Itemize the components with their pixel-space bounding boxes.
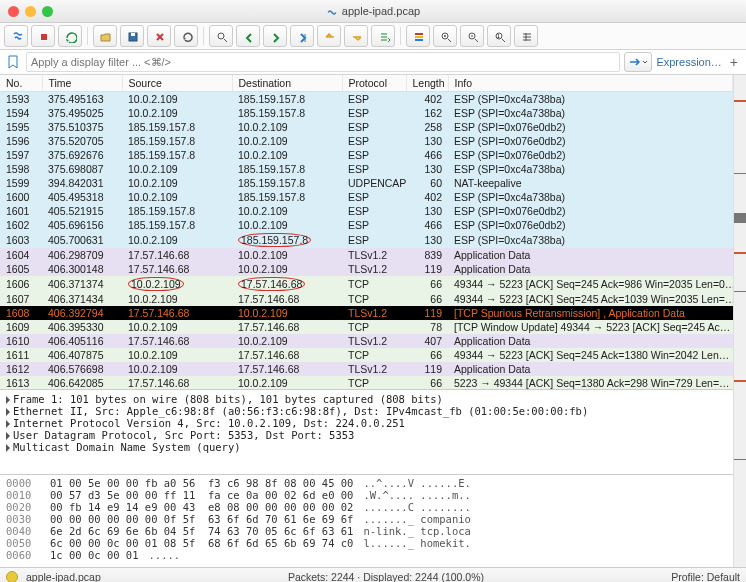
packet-row[interactable]: 1612406.57669810.0.2.10917.57.146.68TLSv… [0,362,733,376]
svg-rect-2 [131,33,135,36]
expert-info-led[interactable] [6,571,18,582]
tree-item[interactable]: Multicast Domain Name System (query) [6,441,727,453]
tree-item[interactable]: Ethernet II, Src: Apple_c6:98:8f (a0:56:… [6,405,727,417]
separator [203,27,204,45]
zoom-reset-button[interactable]: 1 [487,25,511,47]
go-back-button[interactable] [236,25,260,47]
close-file-button[interactable] [147,25,171,47]
open-file-button[interactable] [93,25,117,47]
expression-button[interactable]: Expression… [656,56,721,68]
status-profile[interactable]: Profile: Default [671,571,740,582]
resize-columns-button[interactable] [514,25,538,47]
auto-scroll-button[interactable] [371,25,395,47]
packet-row[interactable]: 1608406.39279417.57.146.6810.0.2.109TLSv… [0,306,733,320]
column-header-source[interactable]: Source [122,75,232,92]
titlebar: apple-ipad.pcap [0,0,746,23]
expand-icon[interactable] [6,408,10,416]
filter-toolbar: Expression… + [0,50,746,75]
hex-row[interactable]: 002000 fb 14 e9 14 e9 00 43 e8 08 00 00 … [6,501,727,513]
hex-row[interactable]: 00601c 00 0c 00 01..... [6,549,727,561]
hex-row[interactable]: 003000 00 00 00 00 00 0f 5f 63 6f 6d 70 … [6,513,727,525]
column-header-destination[interactable]: Destination [232,75,342,92]
find-packet-button[interactable] [209,25,233,47]
packet-list-pane[interactable]: No. Time Source Destination Protocol Len… [0,75,733,390]
svg-rect-5 [415,36,423,38]
svg-point-3 [218,33,224,39]
go-first-button[interactable] [317,25,341,47]
start-capture-button[interactable] [4,25,28,47]
tree-item[interactable]: User Datagram Protocol, Src Port: 5353, … [6,429,727,441]
packet-row[interactable]: 1598375.69808710.0.2.109185.159.157.8ESP… [0,162,733,176]
colorize-button[interactable] [406,25,430,47]
packet-row[interactable]: 1610406.40511617.57.146.6810.0.2.109TLSv… [0,334,733,348]
packet-row[interactable]: 1606406.37137410.0.2.10917.57.146.68TCP6… [0,276,733,292]
zoom-in-button[interactable] [433,25,457,47]
hex-row[interactable]: 00506c 00 00 0c 00 01 08 5f 68 6f 6d 65 … [6,537,727,549]
packet-row[interactable]: 1602405.696156185.159.157.810.0.2.109ESP… [0,218,733,232]
go-to-packet-button[interactable] [290,25,314,47]
column-header-info[interactable]: Info [448,75,733,92]
hex-row[interactable]: 000001 00 5e 00 00 fb a0 56 f3 c6 98 8f … [6,477,727,489]
hex-row[interactable]: 00406e 2d 6c 69 6e 6b 04 5f 74 63 70 05 … [6,525,727,537]
tree-item[interactable]: Internet Protocol Version 4, Src: 10.0.2… [6,417,727,429]
packet-row[interactable]: 1609406.39533010.0.2.10917.57.146.68TCP7… [0,320,733,334]
packet-row[interactable]: 1595375.510375185.159.157.810.0.2.109ESP… [0,120,733,134]
packet-row[interactable]: 1600405.49531810.0.2.109185.159.157.8ESP… [0,190,733,204]
go-forward-button[interactable] [263,25,287,47]
packet-row[interactable]: 1605406.30014817.57.146.6810.0.2.109TLSv… [0,262,733,276]
packet-row[interactable]: 1613406.64208517.57.146.6810.0.2.109TCP6… [0,376,733,390]
main-toolbar: 1 [0,23,746,50]
tree-item[interactable]: Frame 1: 101 bytes on wire (808 bits), 1… [6,393,727,405]
packet-row[interactable]: 1594375.49502510.0.2.109185.159.157.8ESP… [0,106,733,120]
filter-bookmark-icon[interactable] [4,53,22,71]
column-header-time[interactable]: Time [42,75,122,92]
packet-diagram-minimap[interactable] [733,75,746,567]
column-header-no[interactable]: No. [0,75,42,92]
packet-bytes-pane[interactable]: 000001 00 5e 00 00 fb a0 56 f3 c6 98 8f … [0,475,733,567]
packet-details-pane[interactable]: Frame 1: 101 bytes on wire (808 bits), 1… [0,390,733,475]
go-last-button[interactable] [344,25,368,47]
wireshark-icon [326,5,338,17]
packet-row[interactable]: 1599394.84203110.0.2.109185.159.157.8UDP… [0,176,733,190]
add-filter-button[interactable]: + [726,54,742,70]
svg-rect-0 [41,34,47,40]
status-bar: apple-ipad.pcap Packets: 2244 · Displaye… [0,567,746,582]
status-file-label: apple-ipad.pcap [26,571,101,582]
zoom-out-button[interactable] [460,25,484,47]
reload-button[interactable] [174,25,198,47]
svg-rect-4 [415,33,423,35]
separator [400,27,401,45]
packet-row[interactable]: 1593375.49516310.0.2.109185.159.157.8ESP… [0,92,733,107]
expand-icon[interactable] [6,432,10,440]
column-header-protocol[interactable]: Protocol [342,75,406,92]
packet-row[interactable]: 1604406.29870917.57.146.6810.0.2.109TLSv… [0,248,733,262]
display-filter-input[interactable] [26,52,620,72]
svg-rect-6 [415,39,423,41]
separator [87,27,88,45]
status-packet-counts: Packets: 2244 · Displayed: 2244 (100.0%) [288,571,484,582]
save-file-button[interactable] [120,25,144,47]
packet-row[interactable]: 1607406.37143410.0.2.10917.57.146.68TCP6… [0,292,733,306]
hex-row[interactable]: 001000 57 d3 5e 00 00 ff 11 fa ce 0a 00 … [6,489,727,501]
expand-icon[interactable] [6,444,10,452]
packet-row[interactable]: 1611406.40787510.0.2.10917.57.146.68TCP6… [0,348,733,362]
packet-row[interactable]: 1603405.70063110.0.2.109185.159.157.8ESP… [0,232,733,248]
filter-apply-button[interactable] [624,52,652,72]
stop-capture-button[interactable] [31,25,55,47]
window-title: apple-ipad.pcap [0,5,746,17]
packet-row[interactable]: 1596375.520705185.159.157.810.0.2.109ESP… [0,134,733,148]
packet-row[interactable]: 1601405.521915185.159.157.810.0.2.109ESP… [0,204,733,218]
svg-text:1: 1 [497,33,500,39]
column-header-length[interactable]: Length [406,75,448,92]
expand-icon[interactable] [6,396,10,404]
expand-icon[interactable] [6,420,10,428]
restart-capture-button[interactable] [58,25,82,47]
packet-row[interactable]: 1597375.692676185.159.157.810.0.2.109ESP… [0,148,733,162]
